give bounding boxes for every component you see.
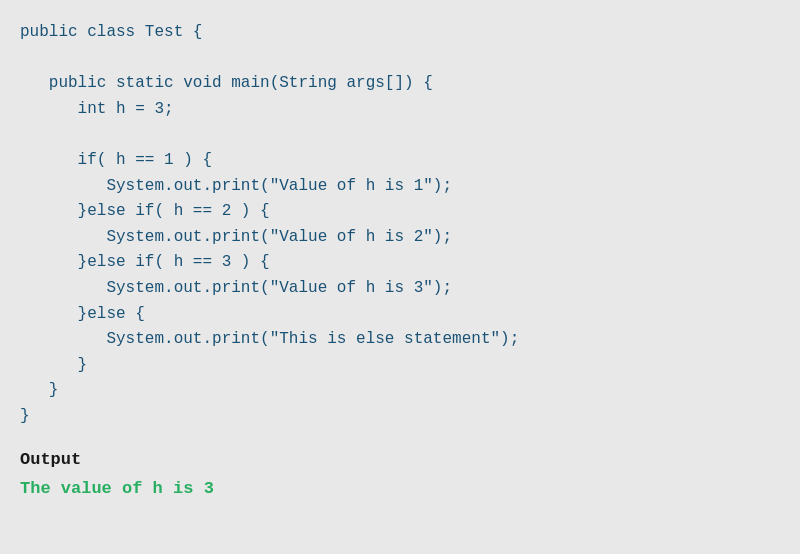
code-block: public class Test { public static void m… [20,20,780,430]
output-value: The value of h is 3 [20,479,780,498]
output-label: Output [20,450,780,469]
code-container: public class Test { public static void m… [0,0,800,508]
